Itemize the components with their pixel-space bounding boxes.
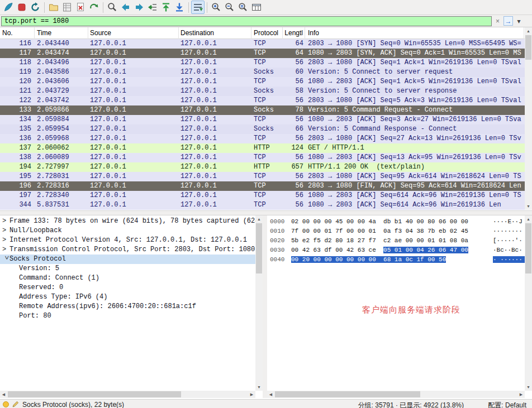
scroll-down-icon[interactable]: ▼: [255, 383, 263, 391]
resize-columns-icon[interactable]: [250, 1, 263, 14]
zoom-out-icon[interactable]: [223, 1, 236, 14]
detail-line[interactable]: Version: 5: [0, 264, 255, 273]
hex-vscrollbar[interactable]: ▲ ▼: [525, 215, 532, 391]
scroll-left-icon[interactable]: ◀: [267, 391, 274, 398]
packet-row[interactable]: 1172.043474127.0.0.1127.0.0.1TCP641080 →…: [0, 49, 525, 58]
scroll-up-icon[interactable]: ▲: [525, 215, 532, 223]
scroll-right-icon[interactable]: ▶: [517, 391, 525, 398]
cell-source: 127.0.0.1: [88, 58, 179, 68]
stop-capture-icon[interactable]: [15, 1, 28, 14]
packet-row[interactable]: 1222.043742127.0.0.1127.0.0.1TCP562803 →…: [0, 96, 525, 105]
go-to-packet-icon[interactable]: [146, 1, 159, 14]
packet-row[interactable]: 1182.043496127.0.0.1127.0.0.1TCP562803 →…: [0, 58, 525, 68]
scroll-down-icon[interactable]: ▼: [525, 383, 532, 391]
hex-row[interactable]: 004000 20 00 00 00 00 00 00 68 1a 0c 1f …: [267, 255, 525, 265]
cell-length: 56: [283, 200, 305, 210]
detail-line[interactable]: >Socks Protocol: [0, 255, 255, 264]
apply-filter-icon[interactable]: →: [504, 16, 513, 26]
packet-row[interactable]: 1192.043586127.0.0.1127.0.0.1Socks60Vers…: [0, 68, 525, 77]
auto-scroll-icon[interactable]: [191, 1, 205, 14]
packet-row[interactable]: 1962.728316127.0.0.1127.0.0.1TCP562803 →…: [0, 181, 525, 191]
close-file-icon[interactable]: [74, 1, 87, 14]
packet-row[interactable]: 1362.059968127.0.0.1127.0.0.1TCP562803 →…: [0, 134, 525, 143]
detail-line[interactable]: >Frame 133: 78 bytes on wire (624 bits),…: [0, 217, 255, 226]
expander-icon[interactable]: >: [2, 226, 10, 236]
last-packet-icon[interactable]: [173, 1, 186, 14]
packet-row[interactable]: 1382.060089127.0.0.1127.0.0.1TCP561080 →…: [0, 153, 525, 162]
column-header-no[interactable]: No.: [0, 27, 35, 39]
zoom-reset-icon[interactable]: [236, 1, 250, 14]
zoom-in-icon[interactable]: [210, 1, 223, 14]
go-back-icon[interactable]: [119, 1, 132, 14]
hex-hscrollbar[interactable]: ◀ ▶: [267, 391, 525, 398]
detail-line[interactable]: Remote Address(ipv6): 2606:4700:20::681a…: [0, 302, 255, 311]
hex-row[interactable]: 000002 00 00 00 45 00 00 4a db b1 40 00 …: [267, 217, 525, 227]
column-header-protocol[interactable]: Protocol: [251, 27, 283, 39]
detail-line-text: Address Type: IPv6 (4): [19, 293, 107, 301]
packet-row[interactable]: 1972.728340127.0.0.1127.0.0.1TCP561080 →…: [0, 191, 525, 200]
packet-row[interactable]: 1952.728031127.0.0.1127.0.0.1TCP562803 →…: [0, 172, 525, 181]
packet-row[interactable]: 1212.043729127.0.0.1127.0.0.1Socks58Vers…: [0, 87, 525, 96]
filter-dropdown-icon[interactable]: ▾: [514, 16, 524, 26]
cell-no: 117: [0, 49, 35, 58]
capture-comment-icon[interactable]: [12, 400, 20, 408]
cell-source: 127.0.0.1: [88, 162, 179, 172]
status-profile-text[interactable]: 配置: Default: [488, 401, 526, 408]
detail-line[interactable]: Command: Connect (1): [0, 273, 255, 283]
column-header-destination[interactable]: Destination: [179, 27, 251, 39]
packet-row[interactable]: 1202.043606127.0.0.1127.0.0.1TCP561080 →…: [0, 77, 525, 87]
display-filter-input[interactable]: [1, 16, 492, 26]
column-header-info[interactable]: Info: [305, 27, 524, 39]
first-packet-icon[interactable]: [159, 1, 173, 14]
expert-info-icon[interactable]: [3, 401, 9, 407]
clear-filter-icon[interactable]: ×: [493, 16, 502, 26]
scrollbar-thumb[interactable]: [256, 223, 262, 273]
hex-row[interactable]: 00205b e2 f5 d2 80 18 27 f7 c2 ae 00 00 …: [267, 236, 525, 246]
expander-icon[interactable]: >: [2, 236, 10, 245]
details-hscrollbar[interactable]: ◀ ▶: [0, 391, 255, 398]
packet-row[interactable]: 1162.043440127.0.0.1127.0.0.1TCP642803 →…: [0, 39, 525, 49]
packet-row[interactable]: 1372.060062127.0.0.1127.0.0.1HTTP124GET …: [0, 143, 525, 153]
scroll-up-icon[interactable]: ▲: [255, 215, 263, 223]
hex-bytes: 7f 00 00 01 7f 00 00 01 0a f3 04 38 7b e…: [291, 227, 468, 236]
packet-row[interactable]: 1352.059954127.0.0.1127.0.0.1Socks66Vers…: [0, 124, 525, 134]
expander-icon[interactable]: >: [1, 256, 11, 263]
details-vscrollbar[interactable]: ▲ ▼: [255, 215, 263, 391]
expander-icon[interactable]: >: [2, 217, 10, 226]
detail-line[interactable]: >Internet Protocol Version 4, Src: 127.0…: [0, 236, 255, 245]
pane-splitter-vertical[interactable]: [263, 215, 267, 398]
find-packet-icon[interactable]: [106, 1, 119, 14]
detail-line[interactable]: Address Type: IPv6 (4): [0, 292, 255, 302]
restart-capture-icon[interactable]: [28, 1, 42, 14]
go-forward-icon[interactable]: [132, 1, 146, 14]
scroll-down-icon[interactable]: ▼: [525, 203, 532, 210]
column-header-time[interactable]: Time: [35, 27, 88, 39]
expander-icon[interactable]: >: [2, 245, 10, 255]
column-header-source[interactable]: Source: [88, 27, 179, 39]
pane-splitter-horizontal[interactable]: [0, 210, 532, 215]
packet-row[interactable]: 1942.727997127.0.0.1127.0.0.1HTTP657HTTP…: [0, 162, 525, 172]
packet-list-vscrollbar[interactable]: ▲ ▼: [525, 27, 532, 210]
scrollbar-thumb[interactable]: [8, 391, 181, 397]
scroll-left-icon[interactable]: ◀: [0, 391, 7, 398]
hex-row[interactable]: 00107f 00 00 01 7f 00 00 01 0a f3 04 38 …: [267, 227, 525, 236]
scrollbar-thumb[interactable]: [525, 35, 531, 60]
column-header-length[interactable]: Lengtl: [283, 27, 305, 39]
scroll-right-icon[interactable]: ▶: [248, 391, 255, 398]
packet-row[interactable]: 1332.059866127.0.0.1127.0.0.1Socks78Vers…: [0, 105, 525, 115]
cell-time: 2.043496: [35, 58, 88, 68]
packet-row[interactable]: 1342.059884127.0.0.1127.0.0.1TCP561080 →…: [0, 115, 525, 124]
scroll-up-icon[interactable]: ▲: [525, 27, 532, 35]
packet-row[interactable]: 3445.837531127.0.0.1127.0.0.1TCP561080 →…: [0, 200, 525, 210]
scrollbar-thumb[interactable]: [275, 391, 420, 397]
open-file-icon[interactable]: [47, 1, 60, 14]
scrollbar-thumb[interactable]: [525, 223, 531, 273]
reload-file-icon[interactable]: [87, 1, 101, 14]
detail-line[interactable]: >Transmission Control Protocol, Src Port…: [0, 245, 255, 255]
detail-line[interactable]: Port: 80: [0, 311, 255, 321]
detail-line[interactable]: Reserved: 0: [0, 283, 255, 292]
start-capture-icon[interactable]: [2, 1, 15, 14]
save-file-icon[interactable]: [60, 1, 74, 14]
hex-row[interactable]: 003000 42 63 df 00 42 63 ce 05 01 00 04 …: [267, 246, 525, 255]
detail-line[interactable]: >Null/Loopback: [0, 226, 255, 236]
